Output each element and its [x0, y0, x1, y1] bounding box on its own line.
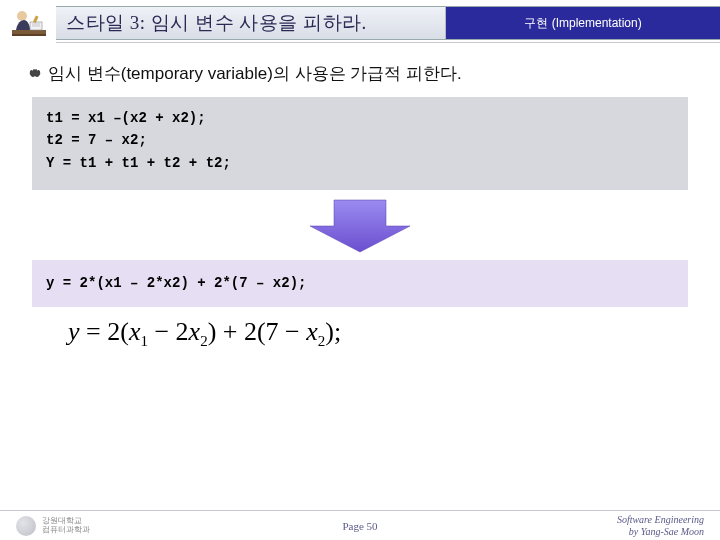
slide-title: 스타일 3: 임시 변수 사용을 피하라. [56, 7, 446, 39]
svg-rect-1 [12, 34, 46, 36]
page-number: Page 50 [0, 520, 720, 532]
slide-footer: 강원대학교 컴퓨터과학과 Page 50 Software Engineerin… [0, 510, 720, 540]
arrow-down-icon [300, 198, 420, 254]
title-bar: 스타일 3: 임시 변수 사용을 피하라. 구현 (Implementation… [56, 6, 720, 40]
person-desk-icon [6, 2, 50, 46]
slide-body: 임시 변수(temporary variable)의 사용은 가급적 피한다. … [0, 48, 720, 350]
svg-point-2 [17, 11, 27, 21]
divider [56, 42, 720, 43]
code-line: Y = t1 + t1 + t2 + t2; [46, 152, 674, 174]
formula: y = 2(x1 − 2x2) + 2(7 − x2); [68, 317, 694, 350]
svg-rect-0 [12, 30, 46, 34]
footer-logo-text: 강원대학교 컴퓨터과학과 [42, 517, 90, 535]
code-line: t2 = 7 – x2; [46, 129, 674, 151]
section-label: 구현 (Implementation) [446, 7, 720, 39]
footer-logo-icon [16, 516, 36, 536]
slide-header: 스타일 3: 임시 변수 사용을 피하라. 구현 (Implementation… [0, 0, 720, 48]
code-block-before: t1 = x1 –(x2 + x2); t2 = 7 – x2; Y = t1 … [32, 97, 688, 190]
arrow-down [26, 198, 694, 254]
code-line: y = 2*(x1 – 2*x2) + 2*(7 – x2); [46, 272, 674, 294]
bullet-point: 임시 변수(temporary variable)의 사용은 가급적 피한다. [26, 62, 694, 85]
footer-credit: Software Engineering by Yang-Sae Moon [617, 514, 704, 538]
header-illustration [0, 0, 56, 48]
bullet-icon [26, 67, 44, 81]
code-block-after: y = 2*(x1 – 2*x2) + 2*(7 – x2); [32, 260, 688, 306]
bullet-text: 임시 변수(temporary variable)의 사용은 가급적 피한다. [48, 62, 462, 85]
code-line: t1 = x1 –(x2 + x2); [46, 107, 674, 129]
